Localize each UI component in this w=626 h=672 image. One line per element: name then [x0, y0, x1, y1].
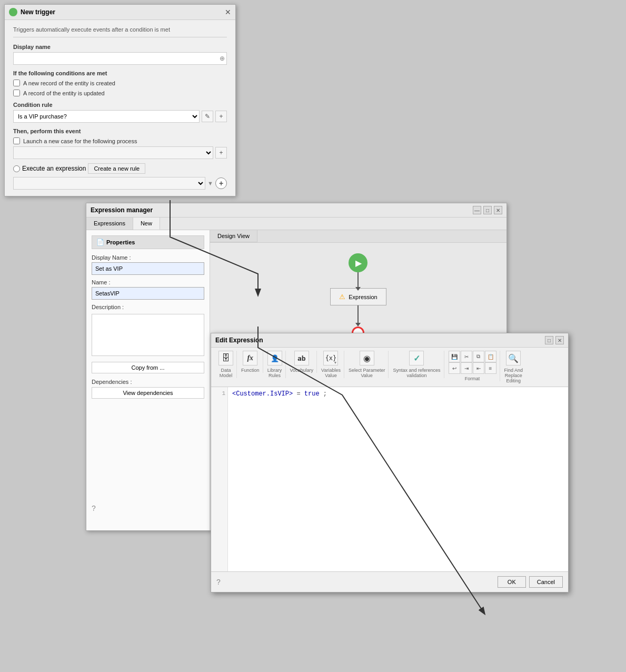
condition-rule-label: Condition rule — [13, 102, 227, 108]
cond2-checkbox[interactable] — [13, 90, 20, 96]
properties-tab: 📄 Properties — [92, 235, 204, 249]
paste-button[interactable]: 📋 — [485, 351, 496, 362]
cond1-row: A new record of the entity is created — [13, 80, 227, 86]
flow-start-node[interactable]: ▶ — [349, 253, 367, 272]
launch-add-button[interactable]: + — [215, 147, 227, 159]
displayname-wrap: ⊕ — [13, 52, 227, 65]
conditions-label: If the following conditions are met — [13, 70, 227, 76]
execute-row: Execute an expression Create a new rule — [13, 163, 227, 174]
variables-label: VariablesValue — [321, 368, 341, 378]
vocabulary-icon: ab — [297, 354, 306, 362]
cond1-checkbox[interactable] — [13, 80, 20, 86]
cut-button[interactable]: ✂ — [461, 351, 472, 362]
library-icon: 👤 — [271, 354, 279, 362]
trigger-content: Triggers automatically execute events af… — [5, 20, 235, 196]
function-button[interactable]: fx — [243, 351, 257, 365]
outdent-button[interactable]: ⇤ — [473, 362, 484, 374]
description-prop-textarea[interactable] — [92, 314, 204, 356]
flow-container: ▶ ⚠ Expression — [330, 253, 386, 339]
displayname-prop-label: Display Name : — [92, 254, 204, 261]
warning-icon: ⚠ — [339, 293, 345, 301]
condition-rule-select[interactable]: Is a VIP purchase? — [13, 110, 200, 123]
line-number-1: 1 — [211, 387, 225, 397]
launch-row: + — [13, 146, 227, 159]
description-prop-label: Description : — [92, 304, 204, 310]
add-expression-button[interactable]: + — [215, 177, 227, 189]
format-dual: 💾 ✂ ⧉ 📋 ↩ ⇥ ⇤ ≡ — [449, 351, 496, 374]
edit-condition-button[interactable]: ✎ — [202, 111, 213, 122]
edit-expr-close-button[interactable]: ✕ — [555, 336, 564, 344]
tab-new[interactable]: New — [133, 218, 160, 230]
name-prop-label: Name : — [92, 279, 204, 285]
flow-arrow-2 — [357, 305, 359, 324]
toolbar-group-selectparam: ◉ Select ParameterValue — [345, 351, 389, 378]
displayname-prop-input[interactable] — [92, 262, 204, 275]
execute-radio[interactable] — [13, 165, 20, 172]
vocabulary-label: Vocabulary — [290, 368, 314, 373]
design-view-tab[interactable]: Design View — [210, 230, 257, 242]
vocabulary-button[interactable]: ab — [294, 351, 309, 365]
cancel-button[interactable]: Cancel — [529, 576, 563, 588]
launch-checkbox[interactable] — [13, 137, 20, 144]
code-gutter: 1 — [211, 387, 228, 571]
check-icon: ✓ — [413, 353, 420, 363]
edit-expr-title: Edit Expression — [215, 337, 263, 344]
name-prop-input[interactable] — [92, 287, 204, 300]
copy-from-button[interactable]: Copy from ... — [92, 362, 204, 373]
dependencies-label: Dependencies : — [92, 379, 204, 385]
edit-expr-maximize-button[interactable]: □ — [545, 336, 553, 344]
trigger-dialog: New trigger ✕ Triggers automatically exe… — [4, 4, 236, 196]
create-rule-button[interactable]: Create a new rule — [88, 163, 145, 174]
sidebar-help-icon[interactable]: ? — [92, 504, 96, 512]
format-btn2[interactable]: ≡ — [485, 362, 496, 374]
ok-button[interactable]: OK — [498, 576, 526, 588]
trigger-subtitle: Triggers automatically execute events af… — [13, 26, 227, 37]
findreplace-label: Find AndReplaceEditing — [504, 368, 523, 383]
launch-process-select[interactable] — [13, 146, 213, 159]
variables-button[interactable]: {x} ▼ — [323, 351, 338, 365]
format-btn1[interactable]: ↩ — [449, 362, 460, 374]
expr-minimize-button[interactable]: — — [473, 206, 481, 214]
add-condition-button[interactable]: + — [215, 111, 227, 122]
edit-expr-footer: ? OK Cancel — [211, 571, 568, 592]
function-label: Function — [241, 368, 260, 373]
properties-icon: 📄 — [96, 239, 104, 246]
variables-dropdown-icon: ▼ — [334, 361, 337, 364]
cond2-label: A record of the entity is updated — [23, 90, 105, 96]
expression-select[interactable] — [13, 177, 205, 190]
trigger-titlebar: New trigger ✕ — [5, 5, 235, 20]
expr-close-button[interactable]: ✕ — [494, 206, 502, 214]
code-editor[interactable]: 1 <Customer.IsVIP> = true ; — [211, 387, 568, 571]
findreplace-button[interactable]: 🔍 — [506, 351, 521, 365]
trigger-icon — [9, 8, 17, 16]
trigger-close-button[interactable]: ✕ — [225, 8, 231, 16]
displayname-input[interactable] — [13, 52, 227, 65]
expr-maximize-button[interactable]: □ — [483, 206, 492, 214]
code-line-1: <Customer.IsVIP> = true ; — [211, 387, 568, 398]
selectparam-button[interactable]: ◉ — [360, 351, 374, 365]
toolbar-group-variables: {x} ▼ VariablesValue — [318, 351, 344, 378]
copy-button[interactable]: ⧉ — [473, 351, 484, 362]
launch-label: Launch a new case for the following proc… — [23, 138, 137, 144]
datamodel-button[interactable]: 🗄 — [218, 351, 233, 365]
footer-help-icon[interactable]: ? — [216, 578, 221, 586]
tab-expressions[interactable]: Expressions — [86, 218, 133, 230]
expr-manager-titlebar: Expression manager — □ ✕ — [86, 203, 506, 218]
edit-expression-dialog: Edit Expression □ ✕ 🗄 DataModel fx Funct… — [211, 333, 569, 592]
format-label: Format — [465, 376, 480, 381]
toolbar-group-findreplace: 🔍 Find AndReplaceEditing — [501, 351, 526, 383]
expression-select-row: ▼ + — [13, 177, 227, 190]
function-icon: fx — [247, 354, 253, 362]
save-button[interactable]: 💾 — [449, 351, 460, 362]
datamodel-label: DataModel — [220, 368, 233, 378]
indent-button[interactable]: ⇥ — [461, 362, 472, 374]
launch-checkbox-row: Launch a new case for the following proc… — [13, 137, 227, 144]
library-button[interactable]: 👤 — [267, 351, 282, 365]
code-equals: = — [296, 390, 304, 398]
toolbar-group-syntax: ✓ Syntax and referencesvalidation — [390, 351, 444, 378]
selectparam-label: Select ParameterValue — [349, 368, 385, 378]
view-dependencies-button[interactable]: View dependencies — [92, 387, 204, 399]
cond1-label: A new record of the entity is created — [23, 80, 115, 86]
syntax-button[interactable]: ✓ — [409, 351, 424, 365]
perform-label: Then, perform this event — [13, 128, 227, 134]
